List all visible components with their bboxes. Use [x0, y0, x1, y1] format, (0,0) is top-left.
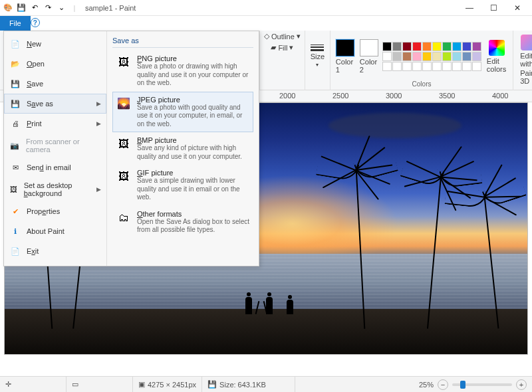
palette-swatch[interactable]	[422, 62, 432, 71]
format-icon: 🖼	[116, 54, 132, 70]
file-menu-item-label: New	[27, 40, 41, 48]
format-icon: 🌄	[116, 96, 132, 112]
saveas-format-jpeg[interactable]: 🌄JPEG pictureSave a photo with good qual…	[112, 92, 253, 133]
palette-swatch[interactable]	[452, 52, 462, 61]
zoom-slider[interactable]	[452, 383, 512, 386]
qat-customize-icon[interactable]: ⌄	[56, 3, 66, 13]
palette-swatch[interactable]	[462, 42, 471, 51]
saveas-format-bmp[interactable]: 🖼BMP pictureSave any kind of picture wit…	[112, 132, 253, 165]
qat-redo-icon[interactable]: ↷	[43, 3, 53, 13]
file-menu-item-label: From scanner or camera	[26, 138, 101, 153]
saveas-format-png[interactable]: 🖼PNG pictureSave a photo or drawing with…	[112, 50, 253, 92]
format-desc: Save a photo with good quality and use i…	[137, 104, 250, 129]
status-filesize: 💾Size: 643.1KB	[202, 377, 295, 392]
palette-swatch[interactable]	[402, 52, 412, 61]
minimize-button[interactable]: ―	[458, 0, 481, 16]
file-menu: 📄New📂Open💾Save💾Save as▶🖨Print▶📷From scan…	[3, 31, 259, 266]
palette-swatch[interactable]	[442, 42, 452, 51]
file-menu-item-exit[interactable]: 📄Exit	[4, 241, 106, 261]
zoom-in-button[interactable]: +	[516, 379, 527, 390]
qat-undo-icon[interactable]: ↶	[29, 3, 40, 13]
saveas-format-other[interactable]: 🗂Other formatsOpen the Save As dialog bo…	[112, 206, 253, 239]
palette-swatch[interactable]	[402, 62, 412, 71]
color1-button[interactable]: Color 1	[334, 37, 356, 76]
palette-swatch[interactable]	[392, 52, 402, 61]
palette-swatch[interactable]	[452, 62, 462, 71]
outline-dropdown[interactable]: ◇Outline ▾	[264, 32, 301, 41]
title-bar: 🎨 💾 ↶ ↷ ⌄ | sample1 - Paint ― ☐ ✕	[0, 0, 532, 16]
quick-access-toolbar: 🎨 💾 ↶ ↷ ⌄ |	[3, 3, 80, 13]
file-menu-item-open[interactable]: 📂Open	[4, 54, 106, 74]
outline-icon: ◇	[264, 32, 269, 41]
save-icon: 💾	[9, 98, 21, 110]
file-menu-item-about-paint[interactable]: ℹAbout Paint	[4, 221, 106, 241]
palette-swatch[interactable]	[472, 62, 481, 71]
properties-icon: ✔	[9, 205, 21, 217]
zoom-level: 25%	[419, 381, 434, 389]
palette-swatch[interactable]	[432, 42, 442, 51]
size-dropdown[interactable]: Size▾	[309, 42, 326, 70]
format-title: GIF picture	[137, 169, 250, 177]
file-menu-item-save[interactable]: 💾Save	[4, 74, 106, 94]
palette-swatch[interactable]	[402, 42, 412, 51]
file-menu-item-save-as[interactable]: 💾Save as▶	[4, 94, 106, 114]
palette-swatch[interactable]	[462, 62, 471, 71]
selection-icon: ▭	[72, 380, 78, 389]
file-menu-item-label: Properties	[27, 207, 60, 215]
saveas-header: Save as	[112, 35, 253, 48]
palette-swatch[interactable]	[432, 62, 442, 71]
file-menu-item-new[interactable]: 📄New	[4, 34, 106, 54]
fill-dropdown[interactable]: ▰Fill ▾	[271, 43, 293, 52]
palette-swatch[interactable]	[392, 42, 402, 51]
close-button[interactable]: ✕	[505, 0, 529, 16]
colors-group-label: Colors	[412, 80, 432, 89]
palette-swatch[interactable]	[422, 52, 432, 61]
palette-swatch[interactable]	[432, 52, 442, 61]
format-title: BMP picture	[137, 136, 250, 144]
file-menu-item-label: About Paint	[27, 227, 65, 235]
open-icon: 📂	[9, 58, 21, 70]
color2-button[interactable]: Color 2	[358, 37, 380, 76]
palette-swatch[interactable]	[382, 42, 392, 51]
color1-swatch	[336, 39, 354, 56]
palette-swatch[interactable]	[412, 52, 422, 61]
edit-with-paint3d-button[interactable]: Edit with Paint 3D	[517, 32, 532, 88]
zoom-out-button[interactable]: −	[438, 379, 448, 390]
palette-swatch[interactable]	[412, 42, 422, 51]
file-tab[interactable]: File	[0, 16, 31, 31]
ribbon-tabs: File ?	[0, 16, 532, 31]
palette-swatch[interactable]	[442, 62, 452, 71]
saveas-format-gif[interactable]: 🖼GIF pictureSave a simple drawing with l…	[112, 165, 253, 206]
palette-swatch[interactable]	[392, 62, 402, 71]
palette-swatch[interactable]	[472, 42, 481, 51]
palette-swatch[interactable]	[412, 62, 422, 71]
crosshair-icon: ✛	[5, 380, 11, 389]
palette-swatch[interactable]	[382, 62, 392, 71]
maximize-button[interactable]: ☐	[481, 0, 505, 16]
chevron-right-icon: ▶	[96, 120, 101, 127]
palette-swatch[interactable]	[452, 42, 462, 51]
file-menu-item-from-scanner-or-camera: 📷From scanner or camera	[4, 134, 106, 157]
help-icon[interactable]: ?	[31, 18, 40, 27]
qat-save-icon[interactable]: 💾	[16, 3, 27, 13]
edit-colors-button[interactable]: Edit colors	[484, 37, 509, 76]
file-menu-item-properties[interactable]: ✔Properties	[4, 201, 106, 221]
send-icon: ✉	[9, 161, 21, 173]
palette-swatch[interactable]	[462, 52, 471, 61]
color-palette[interactable]	[382, 42, 481, 71]
ruler-mark: 3500	[439, 92, 455, 100]
ruler-mark: 3000	[386, 92, 402, 100]
chevron-down-icon: ▾	[316, 62, 319, 68]
palette-swatch[interactable]	[442, 52, 452, 61]
palette-swatch[interactable]	[382, 52, 392, 61]
chevron-right-icon: ▶	[96, 186, 101, 193]
file-menu-item-label: Print	[27, 120, 42, 128]
palette-swatch[interactable]	[422, 42, 432, 51]
about-icon: ℹ	[9, 225, 21, 237]
dimensions-icon: ▣	[138, 380, 145, 389]
file-menu-item-set-as-desktop-background[interactable]: 🖼Set as desktop background▶	[4, 177, 106, 201]
palette-swatch[interactable]	[472, 52, 481, 61]
file-menu-item-print[interactable]: 🖨Print▶	[4, 114, 106, 134]
ruler-mark: 2500	[332, 92, 348, 100]
file-menu-item-send-in-email[interactable]: ✉Send in email	[4, 157, 106, 177]
